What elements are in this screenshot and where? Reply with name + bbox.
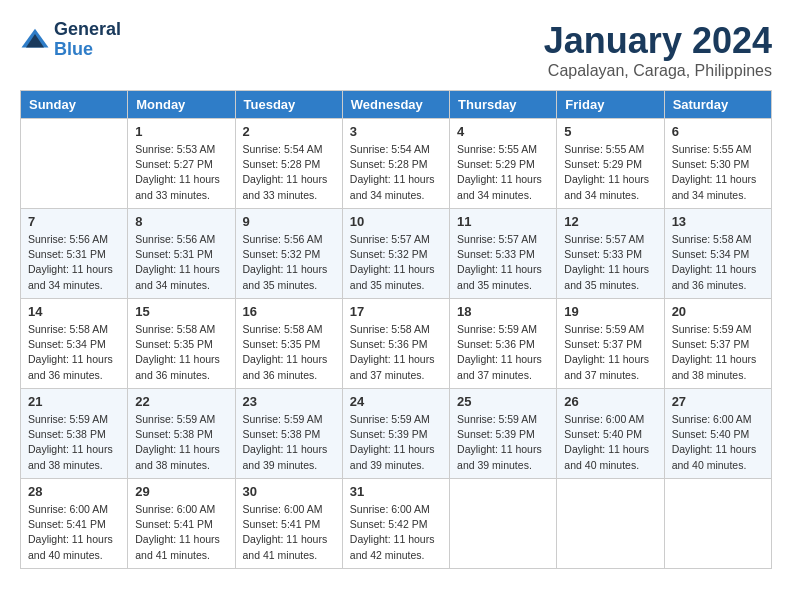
month-title: January 2024 [544, 20, 772, 62]
day-number: 12 [564, 214, 656, 229]
day-info: Sunrise: 5:59 AMSunset: 5:38 PMDaylight:… [28, 412, 120, 473]
day-info: Sunrise: 5:58 AMSunset: 5:35 PMDaylight:… [243, 322, 335, 383]
day-number: 22 [135, 394, 227, 409]
calendar-cell [450, 479, 557, 569]
day-number: 26 [564, 394, 656, 409]
day-number: 11 [457, 214, 549, 229]
day-info: Sunrise: 5:58 AMSunset: 5:36 PMDaylight:… [350, 322, 442, 383]
day-info: Sunrise: 6:00 AMSunset: 5:41 PMDaylight:… [135, 502, 227, 563]
day-info: Sunrise: 5:55 AMSunset: 5:29 PMDaylight:… [564, 142, 656, 203]
calendar-cell: 10Sunrise: 5:57 AMSunset: 5:32 PMDayligh… [342, 209, 449, 299]
calendar-cell: 23Sunrise: 5:59 AMSunset: 5:38 PMDayligh… [235, 389, 342, 479]
calendar-cell: 18Sunrise: 5:59 AMSunset: 5:36 PMDayligh… [450, 299, 557, 389]
day-number: 2 [243, 124, 335, 139]
calendar-cell: 16Sunrise: 5:58 AMSunset: 5:35 PMDayligh… [235, 299, 342, 389]
calendar-cell: 17Sunrise: 5:58 AMSunset: 5:36 PMDayligh… [342, 299, 449, 389]
day-info: Sunrise: 5:57 AMSunset: 5:32 PMDaylight:… [350, 232, 442, 293]
calendar-cell [557, 479, 664, 569]
day-number: 4 [457, 124, 549, 139]
day-info: Sunrise: 5:59 AMSunset: 5:38 PMDaylight:… [135, 412, 227, 473]
day-number: 20 [672, 304, 764, 319]
calendar-cell: 12Sunrise: 5:57 AMSunset: 5:33 PMDayligh… [557, 209, 664, 299]
day-info: Sunrise: 5:58 AMSunset: 5:35 PMDaylight:… [135, 322, 227, 383]
day-info: Sunrise: 6:00 AMSunset: 5:41 PMDaylight:… [243, 502, 335, 563]
title-area: January 2024 Capalayan, Caraga, Philippi… [544, 20, 772, 80]
calendar-table: SundayMondayTuesdayWednesdayThursdayFrid… [20, 90, 772, 569]
day-number: 16 [243, 304, 335, 319]
calendar-week-row: 28Sunrise: 6:00 AMSunset: 5:41 PMDayligh… [21, 479, 772, 569]
day-number: 21 [28, 394, 120, 409]
day-info: Sunrise: 5:59 AMSunset: 5:39 PMDaylight:… [457, 412, 549, 473]
day-number: 10 [350, 214, 442, 229]
weekday-header-thursday: Thursday [450, 91, 557, 119]
day-number: 9 [243, 214, 335, 229]
calendar-cell: 3Sunrise: 5:54 AMSunset: 5:28 PMDaylight… [342, 119, 449, 209]
day-number: 3 [350, 124, 442, 139]
day-info: Sunrise: 5:59 AMSunset: 5:38 PMDaylight:… [243, 412, 335, 473]
day-number: 13 [672, 214, 764, 229]
day-info: Sunrise: 5:55 AMSunset: 5:30 PMDaylight:… [672, 142, 764, 203]
logo: General Blue [20, 20, 121, 60]
day-number: 15 [135, 304, 227, 319]
day-info: Sunrise: 5:58 AMSunset: 5:34 PMDaylight:… [672, 232, 764, 293]
calendar-cell: 5Sunrise: 5:55 AMSunset: 5:29 PMDaylight… [557, 119, 664, 209]
weekday-header-saturday: Saturday [664, 91, 771, 119]
day-info: Sunrise: 5:59 AMSunset: 5:37 PMDaylight:… [672, 322, 764, 383]
day-info: Sunrise: 5:56 AMSunset: 5:31 PMDaylight:… [135, 232, 227, 293]
calendar-cell: 19Sunrise: 5:59 AMSunset: 5:37 PMDayligh… [557, 299, 664, 389]
day-info: Sunrise: 5:58 AMSunset: 5:34 PMDaylight:… [28, 322, 120, 383]
page-header: General Blue January 2024 Capalayan, Car… [20, 20, 772, 80]
day-info: Sunrise: 6:00 AMSunset: 5:40 PMDaylight:… [564, 412, 656, 473]
calendar-cell: 21Sunrise: 5:59 AMSunset: 5:38 PMDayligh… [21, 389, 128, 479]
calendar-week-row: 1Sunrise: 5:53 AMSunset: 5:27 PMDaylight… [21, 119, 772, 209]
day-info: Sunrise: 5:59 AMSunset: 5:37 PMDaylight:… [564, 322, 656, 383]
day-info: Sunrise: 5:59 AMSunset: 5:39 PMDaylight:… [350, 412, 442, 473]
day-number: 27 [672, 394, 764, 409]
calendar-cell: 22Sunrise: 5:59 AMSunset: 5:38 PMDayligh… [128, 389, 235, 479]
calendar-cell: 4Sunrise: 5:55 AMSunset: 5:29 PMDaylight… [450, 119, 557, 209]
calendar-cell: 31Sunrise: 6:00 AMSunset: 5:42 PMDayligh… [342, 479, 449, 569]
day-number: 19 [564, 304, 656, 319]
day-number: 17 [350, 304, 442, 319]
day-info: Sunrise: 5:56 AMSunset: 5:31 PMDaylight:… [28, 232, 120, 293]
day-info: Sunrise: 5:59 AMSunset: 5:36 PMDaylight:… [457, 322, 549, 383]
day-number: 6 [672, 124, 764, 139]
logo-icon [20, 25, 50, 55]
calendar-week-row: 21Sunrise: 5:59 AMSunset: 5:38 PMDayligh… [21, 389, 772, 479]
calendar-cell: 27Sunrise: 6:00 AMSunset: 5:40 PMDayligh… [664, 389, 771, 479]
weekday-header-sunday: Sunday [21, 91, 128, 119]
day-number: 1 [135, 124, 227, 139]
day-number: 23 [243, 394, 335, 409]
calendar-cell: 15Sunrise: 5:58 AMSunset: 5:35 PMDayligh… [128, 299, 235, 389]
calendar-cell: 14Sunrise: 5:58 AMSunset: 5:34 PMDayligh… [21, 299, 128, 389]
day-info: Sunrise: 5:53 AMSunset: 5:27 PMDaylight:… [135, 142, 227, 203]
weekday-header-wednesday: Wednesday [342, 91, 449, 119]
calendar-cell: 8Sunrise: 5:56 AMSunset: 5:31 PMDaylight… [128, 209, 235, 299]
day-number: 28 [28, 484, 120, 499]
calendar-cell: 24Sunrise: 5:59 AMSunset: 5:39 PMDayligh… [342, 389, 449, 479]
calendar-cell: 13Sunrise: 5:58 AMSunset: 5:34 PMDayligh… [664, 209, 771, 299]
weekday-header-friday: Friday [557, 91, 664, 119]
day-info: Sunrise: 5:55 AMSunset: 5:29 PMDaylight:… [457, 142, 549, 203]
day-number: 14 [28, 304, 120, 319]
calendar-cell: 9Sunrise: 5:56 AMSunset: 5:32 PMDaylight… [235, 209, 342, 299]
day-info: Sunrise: 6:00 AMSunset: 5:41 PMDaylight:… [28, 502, 120, 563]
day-number: 30 [243, 484, 335, 499]
day-number: 31 [350, 484, 442, 499]
weekday-header-row: SundayMondayTuesdayWednesdayThursdayFrid… [21, 91, 772, 119]
day-number: 8 [135, 214, 227, 229]
calendar-cell [664, 479, 771, 569]
day-info: Sunrise: 5:54 AMSunset: 5:28 PMDaylight:… [243, 142, 335, 203]
calendar-cell: 6Sunrise: 5:55 AMSunset: 5:30 PMDaylight… [664, 119, 771, 209]
logo-text: General Blue [54, 20, 121, 60]
day-info: Sunrise: 5:57 AMSunset: 5:33 PMDaylight:… [457, 232, 549, 293]
logo-general: General [54, 20, 121, 40]
weekday-header-monday: Monday [128, 91, 235, 119]
day-number: 7 [28, 214, 120, 229]
calendar-cell: 28Sunrise: 6:00 AMSunset: 5:41 PMDayligh… [21, 479, 128, 569]
day-info: Sunrise: 5:57 AMSunset: 5:33 PMDaylight:… [564, 232, 656, 293]
calendar-week-row: 7Sunrise: 5:56 AMSunset: 5:31 PMDaylight… [21, 209, 772, 299]
day-info: Sunrise: 6:00 AMSunset: 5:42 PMDaylight:… [350, 502, 442, 563]
logo-blue: Blue [54, 40, 121, 60]
day-number: 18 [457, 304, 549, 319]
